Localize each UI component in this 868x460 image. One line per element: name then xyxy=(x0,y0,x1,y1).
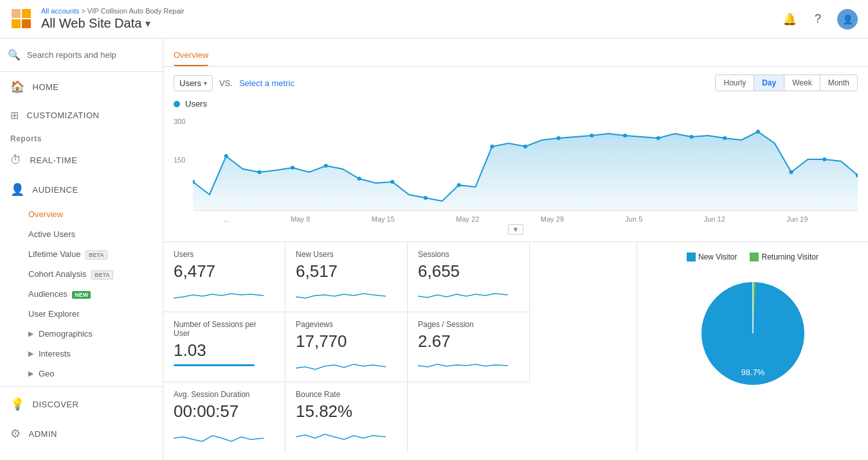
metric-title-pages-per-session: Pages / Session xyxy=(418,320,519,329)
svg-point-18 xyxy=(656,136,660,140)
metric-dropdown-label: Users xyxy=(179,78,201,88)
lifetime-value-badge: BETA xyxy=(86,251,107,260)
sparkline-pages-per-session xyxy=(418,355,508,375)
sidebar-sub-user-explorer[interactable]: User Explorer xyxy=(0,304,163,324)
sidebar: 🔍 Search reports and help 🏠 HOME ⊞ CUSTO… xyxy=(0,39,163,460)
chart-svg xyxy=(193,111,858,214)
audience-label: AUDIENCE xyxy=(33,185,78,195)
sidebar-search[interactable]: 🔍 Search reports and help xyxy=(0,39,163,72)
breadcrumb-link[interactable]: All accounts xyxy=(41,7,79,15)
bar-sessions-per-user xyxy=(174,364,255,366)
sidebar-item-admin[interactable]: ⚙ ADMIN xyxy=(0,419,163,448)
discover-label: DISCOVER xyxy=(33,400,79,409)
time-btn-week[interactable]: Week xyxy=(784,75,820,91)
metric-card-sessions-per-user: Number of Sessions per User 1.03 xyxy=(163,312,285,382)
svg-point-15 xyxy=(557,136,561,140)
sidebar-sub-audiences[interactable]: Audiences NEW xyxy=(0,284,163,304)
chart-section: Users ▾ VS. Select a metric Hourly Day W… xyxy=(163,67,868,242)
sidebar-item-realtime[interactable]: ⏱ REAL-TIME xyxy=(0,146,163,175)
sidebar-sub-active-users[interactable]: Active Users xyxy=(0,224,163,244)
x-label-1: May 8 xyxy=(291,215,310,223)
svg-rect-3 xyxy=(22,9,31,18)
avatar[interactable]: 👤 xyxy=(837,9,858,30)
sparkline-sessions xyxy=(418,285,508,305)
metric-card-sessions: Sessions 6,655 xyxy=(408,242,530,312)
realtime-label: REAL-TIME xyxy=(30,155,78,165)
svg-point-17 xyxy=(623,134,627,137)
main-layout: 🔍 Search reports and help 🏠 HOME ⊞ CUSTO… xyxy=(0,39,868,460)
sidebar-item-home[interactable]: 🏠 HOME xyxy=(0,72,163,102)
breadcrumb-page: VIP Collision Auto Body Repair xyxy=(87,7,185,15)
sidebar-item-discover[interactable]: 💡 DISCOVER xyxy=(0,389,163,419)
sparkline-pageviews xyxy=(296,355,386,375)
content-inner: Overview Users ▾ VS. Select a metric Hou… xyxy=(163,39,868,452)
sidebar-sub-cohort-analysis[interactable]: Cohort Analysis BETA xyxy=(0,264,163,284)
pie-color-new xyxy=(687,252,696,261)
home-icon: 🏠 xyxy=(10,80,25,94)
select-metric-link[interactable]: Select a metric xyxy=(239,78,294,88)
pie-label-returning: Returning Visitor xyxy=(761,252,818,261)
metric-card-new-users: New Users 6,517 xyxy=(285,242,408,312)
svg-point-20 xyxy=(723,136,727,140)
x-label-7: Jun 19 xyxy=(786,215,808,223)
metric-dropdown[interactable]: Users ▾ xyxy=(174,75,213,91)
sidebar-sub-lifetime-value[interactable]: Lifetime Value BETA xyxy=(0,244,163,264)
chart-wrapper: 300 150 xyxy=(174,111,858,214)
pie-legend-returning: Returning Visitor xyxy=(750,252,818,261)
time-btn-day[interactable]: Day xyxy=(754,75,784,91)
metric-value-new-users: 6,517 xyxy=(296,261,397,281)
title-dropdown[interactable]: ▾ xyxy=(145,17,150,30)
help-icon[interactable]: ? xyxy=(809,10,827,28)
sidebar-item-geo[interactable]: ▶ Geo xyxy=(0,364,163,384)
sidebar-sub-overview[interactable]: Overview xyxy=(0,204,163,224)
demographics-expand-icon: ▶ xyxy=(28,330,33,338)
home-label: HOME xyxy=(33,82,59,92)
sidebar-item-demographics[interactable]: ▶ Demographics xyxy=(0,324,163,344)
svg-point-13 xyxy=(490,145,494,148)
svg-point-12 xyxy=(457,183,460,187)
chart-scroll-indicator: ▼ xyxy=(174,224,858,234)
svg-point-22 xyxy=(789,170,793,174)
tab-overview[interactable]: Overview xyxy=(174,45,208,66)
metrics-grid: Users 6,477 New Users 6,517 Sessions 6,6… xyxy=(163,242,637,452)
customization-label: CUSTOMIZATION xyxy=(27,111,100,120)
x-label-2: May 15 xyxy=(372,215,395,223)
pie-chart: 98.7% xyxy=(689,269,817,398)
audience-icon: 👤 xyxy=(10,182,25,197)
sidebar-item-audience[interactable]: 👤 AUDIENCE xyxy=(0,175,163,204)
scroll-btn[interactable]: ▼ xyxy=(508,224,524,234)
sidebar-item-customization[interactable]: ⊞ CUSTOMIZATION xyxy=(0,102,163,129)
svg-point-16 xyxy=(590,134,593,137)
realtime-icon: ⏱ xyxy=(10,154,23,167)
pie-legend-new: New Visitor xyxy=(687,252,737,261)
sparkline-bounce-rate xyxy=(296,425,386,445)
svg-point-11 xyxy=(424,196,428,200)
metric-title-avg-session: Avg. Session Duration xyxy=(174,390,275,399)
discover-icon: 💡 xyxy=(10,397,25,411)
time-btn-hourly[interactable]: Hourly xyxy=(716,75,754,91)
metric-card-pages-per-session: Pages / Session 2.67 xyxy=(408,312,530,382)
svg-point-5 xyxy=(224,154,228,158)
metric-title-users: Users xyxy=(174,250,275,259)
notifications-icon[interactable]: 🔔 xyxy=(781,10,799,28)
sidebar-item-interests[interactable]: ▶ Interests xyxy=(0,344,163,364)
breadcrumb: All accounts > All accounts > VIP Collis… xyxy=(41,7,781,15)
chart-x-labels: ... May 8 May 15 May 22 May 29 Jun 5 Jun… xyxy=(174,214,858,223)
svg-point-10 xyxy=(390,180,394,184)
admin-label: ADMIN xyxy=(29,429,57,439)
chart-legend: Users xyxy=(174,99,858,109)
x-label-4: May 29 xyxy=(541,215,564,223)
svg-rect-2 xyxy=(12,9,21,18)
geo-expand-icon: ▶ xyxy=(28,369,33,378)
audiences-badge: NEW xyxy=(72,291,91,299)
sparkline-users xyxy=(174,285,264,305)
title-area: All accounts > All accounts > VIP Collis… xyxy=(41,7,781,31)
legend-dot-users xyxy=(174,101,180,107)
pie-center-label: 98.7% xyxy=(741,367,764,377)
time-btn-month[interactable]: Month xyxy=(820,75,857,91)
metric-card-pageviews: Pageviews 17,770 xyxy=(285,312,408,382)
metric-value-pageviews: 17,770 xyxy=(296,332,397,351)
svg-point-9 xyxy=(357,177,361,181)
svg-point-7 xyxy=(291,166,294,170)
metric-value-sessions: 6,655 xyxy=(418,261,519,281)
